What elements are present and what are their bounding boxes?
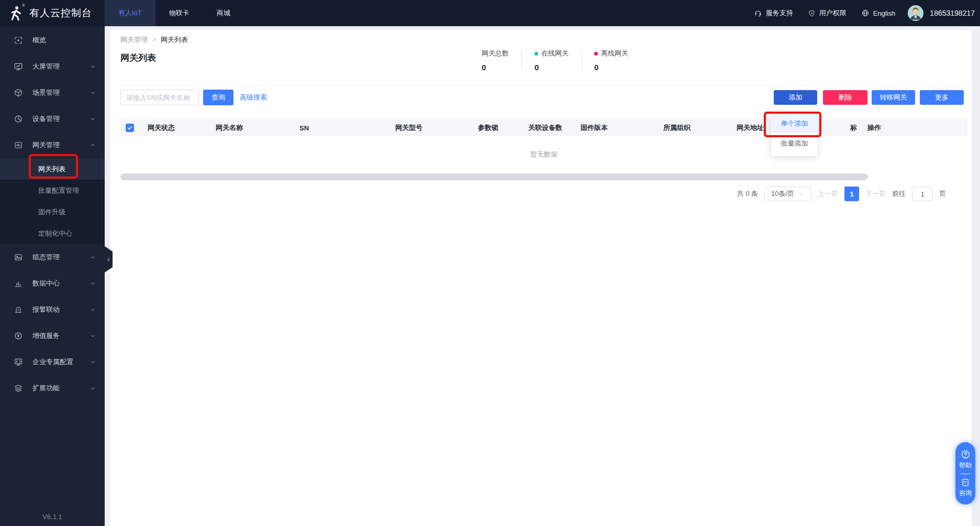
widget-divider bbox=[961, 474, 970, 474]
brand-name: 有人云控制台 bbox=[29, 6, 92, 20]
sidebar: 概览 大屏管理 场景管理 bbox=[0, 26, 105, 526]
column-header-gateway-model: 网关型号 bbox=[389, 123, 472, 133]
column-header-gateway-name: 网关名称 bbox=[209, 123, 293, 133]
sidebar-item-overview[interactable]: 概览 bbox=[0, 27, 105, 53]
topbar-right: 服务支持 用户权限 bbox=[739, 5, 980, 21]
sidebar-item-label: 数据中心 bbox=[32, 279, 89, 288]
bar-chart-icon bbox=[14, 279, 23, 288]
sidebar-item-label: 大屏管理 bbox=[32, 62, 89, 71]
search-input[interactable] bbox=[120, 90, 199, 105]
version-label: V6.1.1 bbox=[0, 513, 105, 521]
service-support-link[interactable]: 服务支持 bbox=[754, 8, 793, 18]
chevron-down-icon bbox=[89, 332, 96, 339]
pie-chart-icon bbox=[14, 114, 23, 124]
page-number-button[interactable]: 1 bbox=[844, 187, 859, 201]
submenu-item-batch-config[interactable]: 批量配置管理 bbox=[0, 180, 105, 201]
stat-online-value: 0 bbox=[534, 63, 569, 72]
consult-label: 咨询 bbox=[959, 489, 972, 498]
column-header-gateway-address: 网关地址 bbox=[730, 123, 777, 133]
page-size-select[interactable]: 10条/页 bbox=[764, 187, 811, 201]
submenu-item-gateway-list[interactable]: 网关列表 bbox=[0, 158, 105, 180]
next-page-button[interactable]: 下一页 bbox=[865, 189, 886, 199]
stat-offline: 离线网关 0 bbox=[582, 49, 641, 72]
language-switch[interactable]: English bbox=[861, 9, 896, 17]
stat-total: 网关总数 0 bbox=[482, 49, 521, 72]
sidebar-item-alarm-linkage[interactable]: 报警联动 bbox=[0, 297, 105, 323]
advanced-search-link[interactable]: 高级搜索 bbox=[240, 90, 267, 105]
overview-icon bbox=[14, 36, 23, 45]
globe-icon bbox=[861, 9, 870, 17]
page-unit-label: 页 bbox=[939, 189, 946, 199]
select-all-checkbox[interactable] bbox=[126, 124, 134, 132]
tab-usr-iot[interactable]: 有人IoT bbox=[105, 0, 155, 26]
submenu-item-customization-center[interactable]: 定制化中心 bbox=[0, 223, 105, 244]
layers-icon bbox=[14, 383, 23, 393]
submenu-item-firmware-upgrade[interactable]: 固件升级 bbox=[0, 201, 105, 223]
column-header-actions: 操作 bbox=[863, 119, 967, 136]
yuan-circle-icon bbox=[14, 331, 23, 341]
user-permission-link[interactable]: 用户权限 bbox=[808, 8, 847, 18]
sidebar-item-device-mgmt[interactable]: 设备管理 bbox=[0, 106, 105, 132]
breadcrumb-parent[interactable]: 网关管理 bbox=[120, 35, 148, 45]
sidebar-item-gateway-mgmt[interactable]: 网关管理 bbox=[0, 132, 105, 158]
pagination: 共 0 条 10条/页 上一页 1 下一页 前往 页 bbox=[737, 187, 946, 201]
stat-offline-label: 离线网关 bbox=[601, 49, 628, 58]
sidebar-item-scada-mgmt[interactable]: 组态管理 bbox=[0, 244, 105, 270]
online-dot bbox=[534, 52, 538, 56]
language-label: English bbox=[873, 9, 896, 17]
sidebar-item-enterprise-config[interactable]: 企业专属配置 bbox=[0, 349, 105, 375]
gateway-stats: 网关总数 0 在线网关 0 离线网关 0 bbox=[482, 49, 641, 72]
delete-button[interactable]: 删除 bbox=[823, 90, 867, 105]
tab-mall[interactable]: 商城 bbox=[203, 0, 244, 26]
sidebar-item-label: 组态管理 bbox=[32, 253, 89, 262]
dropdown-item-single-add[interactable]: 单个添加 bbox=[771, 114, 818, 134]
sidebar-item-label: 设备管理 bbox=[32, 114, 89, 124]
alarm-bell-icon bbox=[14, 305, 23, 314]
column-header-organization: 所属组织 bbox=[657, 123, 730, 133]
sidebar-item-data-center[interactable]: 数据中心 bbox=[0, 270, 105, 297]
horizontal-scrollbar[interactable] bbox=[120, 173, 868, 180]
sidebar-item-label: 企业专属配置 bbox=[32, 357, 89, 367]
sidebar-item-screen-mgmt[interactable]: 大屏管理 bbox=[0, 53, 105, 80]
gateway-submenu: 网关列表 批量配置管理 固件升级 定制化中心 bbox=[0, 158, 105, 244]
goto-page-input[interactable] bbox=[912, 187, 933, 201]
account-phone[interactable]: 18653198217 bbox=[930, 9, 975, 17]
sidebar-item-scene-mgmt[interactable]: 场景管理 bbox=[0, 80, 105, 106]
sidebar-item-extensions[interactable]: 扩展功能 bbox=[0, 375, 105, 401]
goto-label: 前往 bbox=[892, 189, 906, 199]
image-icon bbox=[14, 253, 23, 262]
page-size-value: 10条/页 bbox=[771, 189, 794, 199]
column-header-tag-truncated: 标 bbox=[850, 123, 863, 133]
chevron-down-icon bbox=[89, 63, 96, 70]
shield-icon bbox=[808, 9, 816, 17]
transfer-gateway-button[interactable]: 转移网关 bbox=[872, 90, 915, 105]
tab-iot-card[interactable]: 物联卡 bbox=[155, 0, 203, 26]
topbar: ® 有人云控制台 有人IoT 物联卡 商城 服务支持 bbox=[0, 0, 980, 26]
dropdown-item-batch-add[interactable]: 批量添加 bbox=[771, 134, 818, 154]
empty-state: 暂无数据 bbox=[120, 136, 967, 173]
chevron-down-icon bbox=[89, 89, 96, 96]
pagination-total: 共 0 条 bbox=[737, 189, 758, 199]
brand-logo-icon: ® bbox=[6, 4, 24, 22]
sidebar-item-label: 扩展功能 bbox=[32, 383, 89, 393]
chevron-down-icon bbox=[89, 254, 96, 261]
column-header-sn: SN bbox=[293, 124, 389, 132]
cube-icon bbox=[14, 88, 23, 97]
table-header-row: 网关状态 网关名称 SN 网关型号 参数锁 关联设备数 固件版本 所属组织 网关… bbox=[120, 119, 967, 136]
chevron-down-icon bbox=[798, 191, 805, 197]
sidebar-item-label: 增值服务 bbox=[32, 331, 89, 341]
brand: ® 有人云控制台 bbox=[0, 4, 105, 22]
query-button[interactable]: 查询 bbox=[203, 90, 233, 105]
top-nav-tabs: 有人IoT 物联卡 商城 bbox=[105, 0, 244, 26]
chevron-down-icon bbox=[89, 385, 96, 392]
add-button[interactable]: 添加 bbox=[774, 90, 817, 105]
more-button[interactable]: 更多 bbox=[920, 90, 964, 105]
floating-help-widget[interactable]: 帮助 咨询 bbox=[955, 442, 975, 505]
avatar[interactable] bbox=[908, 5, 923, 21]
help-label: 帮助 bbox=[959, 461, 972, 470]
app-root: ® 有人云控制台 有人IoT 物联卡 商城 服务支持 bbox=[0, 0, 980, 526]
chevron-down-icon bbox=[89, 306, 96, 313]
sidebar-item-value-added[interactable]: 增值服务 bbox=[0, 323, 105, 349]
headset-icon bbox=[754, 9, 762, 17]
prev-page-button[interactable]: 上一页 bbox=[818, 189, 838, 199]
